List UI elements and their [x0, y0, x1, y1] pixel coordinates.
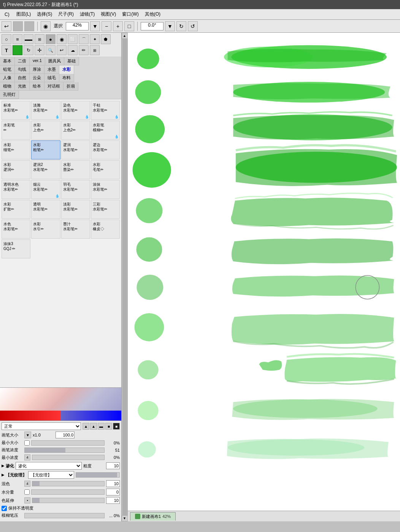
drawing-canvas[interactable] — [128, 33, 400, 511]
min-size-check[interactable] — [24, 440, 30, 446]
menu-item-2[interactable]: 尺子(R) — [55, 10, 77, 18]
brush-thick-watercolor[interactable]: 水彩粗笔✏ — [31, 140, 60, 159]
tab-basics2[interactable]: 基础 — [64, 57, 79, 65]
menu-item-4[interactable]: 视图(V) — [98, 10, 119, 18]
tab-picture[interactable]: 绘本 — [30, 82, 44, 91]
brush-smoke-watercolor[interactable]: 烟云水彩笔✏ 💧 — [31, 180, 60, 199]
brush-smudge3[interactable]: 涂抹3GQJ ✏ — [2, 239, 30, 258]
color-bar-blue[interactable] — [61, 411, 122, 421]
tab-bubble[interactable]: 对话框 — [44, 82, 63, 91]
lines-tool-btn[interactable]: ≡ — [13, 34, 22, 44]
blend-icon5[interactable]: ■ — [113, 423, 120, 430]
undo-btn[interactable]: ↩ — [57, 45, 67, 55]
tab-thick[interactable]: 厚涂 — [30, 65, 44, 74]
tab-fan[interactable]: 折扇 — [63, 82, 78, 91]
tab-ver1[interactable]: ver.1 — [30, 57, 45, 65]
blend-mode-select[interactable]: 正常 — [2, 422, 81, 430]
brush-hair-watercolor[interactable]: 水彩毛笔✏ — [91, 160, 120, 179]
brush-eraser-watercolor[interactable]: 水彩橡皮◇ — [91, 220, 120, 239]
select-rect-btn[interactable]: ⬜ — [68, 34, 78, 44]
blend-icon3[interactable]: ▬ — [98, 423, 105, 430]
mix-slider[interactable] — [32, 481, 105, 486]
tab-fabric[interactable]: 布料 — [59, 74, 74, 82]
tab-light[interactable]: 光效 — [15, 82, 30, 91]
keep-opacity-check[interactable] — [2, 506, 7, 511]
eyedropper-btn[interactable]: ✏ — [79, 45, 89, 55]
water-check[interactable] — [24, 489, 30, 495]
blend-section-expand[interactable]: ▶ 渗化 — [2, 462, 14, 470]
tab-pencil[interactable]: 铅笔 — [0, 65, 15, 74]
tab-nature[interactable]: 自然 — [15, 74, 30, 82]
brush-water-pull[interactable]: 水彩水引✏ — [31, 220, 60, 239]
brush-ink-dye-watercolor[interactable]: 水彩墨染✏ — [61, 160, 90, 179]
dot-tool-btn[interactable]: ● — [46, 34, 56, 44]
rotate-cw-btn[interactable]: ↻ — [176, 21, 186, 31]
wand-btn[interactable]: ✦ — [90, 34, 100, 44]
color-bar[interactable] — [0, 411, 121, 421]
min-size-slider[interactable] — [31, 440, 105, 446]
blend-icon1[interactable]: ▲ — [83, 423, 89, 430]
tab-tool-style[interactable]: 囲具风 — [45, 57, 64, 65]
brush-3color-watercolor[interactable]: 三彩水彩笔✏ — [91, 200, 120, 219]
rotate-btn[interactable]: ↻ — [24, 45, 33, 55]
brush-light-watercolor[interactable]: 淡彩水彩笔✏ — [61, 200, 90, 219]
hardness-input[interactable] — [106, 462, 120, 469]
water-input[interactable] — [106, 489, 120, 495]
brush-dye-watercolor[interactable]: 染色水彩笔✏ 💧 — [61, 101, 90, 120]
tab-ink[interactable]: 水墨 — [44, 65, 59, 74]
texture-type-select[interactable]: 【无纹理】 — [28, 471, 74, 479]
zoom-fit-btn[interactable]: □ — [124, 21, 134, 31]
brush-watercolor[interactable]: 水彩笔✏ — [2, 121, 30, 140]
brush-elegant-watercolor[interactable]: 淡雅水彩笔✏ 💧 — [31, 101, 60, 120]
tab-watercolor[interactable]: 水彩 — [59, 65, 74, 74]
zoom-dropdown-btn[interactable]: ▼ — [90, 21, 100, 31]
brush-feather-watercolor[interactable]: 羽毛水彩笔✏ — [61, 180, 90, 199]
brush-thin-watercolor[interactable]: 水彩细笔✏ — [2, 140, 30, 159]
move-btn[interactable]: ✛ — [35, 45, 44, 55]
canvas-scroll-top[interactable]: ▲ — [122, 33, 128, 39]
circle-tool-btn[interactable]: ○ — [2, 34, 11, 44]
grid-tool-btn[interactable]: ⊞ — [35, 34, 44, 44]
tab-2x[interactable]: 二倍 — [15, 57, 30, 65]
blend-icon2[interactable]: ▲ — [90, 423, 97, 430]
water-slider[interactable] — [31, 489, 105, 495]
brush-spread-watercolor[interactable]: 涂抹水彩笔✏ — [91, 180, 120, 199]
undo2-toolbar-btn[interactable] — [13, 21, 23, 31]
color-extend-slider[interactable] — [32, 498, 105, 503]
zoom-btn[interactable]: 🔍 — [46, 45, 56, 55]
brush-color-up2[interactable]: 水彩上色2✏ — [61, 121, 90, 140]
blend-type-select[interactable]: 渗化 — [16, 462, 82, 470]
color-gradient[interactable] — [0, 388, 121, 411]
brush-transparent-water[interactable]: 透明水色水彩笔✏ — [2, 180, 30, 199]
tab-plant[interactable]: 植物 — [0, 82, 15, 91]
eye-icon-btn[interactable]: ◉ — [41, 21, 51, 31]
brush-expand-watercolor[interactable]: 水彩扩散✏ — [2, 200, 30, 219]
brush-size-dropdown-btn[interactable]: ▼ — [24, 432, 31, 438]
transform-btn[interactable]: ⊞ — [90, 45, 100, 55]
texture-section-expand[interactable]: ▶ 【无纹理】 — [2, 471, 27, 479]
zoom-plus-btn[interactable]: + — [113, 21, 123, 31]
undo3-toolbar-btn[interactable] — [24, 21, 34, 31]
brush-watercolor-blend[interactable]: 水彩逻润✏ — [2, 160, 30, 179]
tab-basic[interactable]: 基本 — [0, 57, 15, 65]
zoom-minus-btn[interactable]: − — [102, 21, 111, 31]
rotate-ccw-btn[interactable]: ↺ — [188, 21, 198, 31]
tab-fur[interactable]: 绒毛 — [44, 74, 59, 82]
blend-icon4[interactable]: ■ — [105, 423, 112, 430]
brush-list[interactable]: 标准水彩笔✏ 💧 淡雅水彩笔✏ 💧 染色水彩笔✏ 💧 干枯水彩笔✏ 💧 水彩笔✏ — [0, 99, 121, 387]
angle-dropdown-btn[interactable]: ▼ — [165, 21, 175, 31]
tab-lantern[interactable]: 孔明灯 — [0, 91, 19, 99]
brush-water-color[interactable]: 水色水彩笔✏ — [2, 220, 30, 239]
brush-dry-watercolor[interactable]: 干枯水彩笔✏ 💧 — [91, 101, 120, 120]
bucket-btn[interactable]: ⬟ — [101, 34, 111, 44]
tab-cloud[interactable]: 云朵 — [30, 74, 44, 82]
color-swatch-btn[interactable] — [13, 45, 22, 55]
brush-size-input[interactable] — [56, 432, 75, 438]
brush-color-up[interactable]: 水彩上色✏ — [31, 121, 60, 140]
color-bar-red[interactable] — [0, 411, 61, 421]
brush-density-slider[interactable] — [24, 448, 105, 453]
min-density-slider[interactable] — [32, 455, 105, 460]
brush-blur-watercolor[interactable]: 水彩笔模糊✏ 💧 — [91, 121, 120, 140]
lasso-btn[interactable]: ⌒ — [79, 34, 89, 44]
tab-outline[interactable]: 勾线 — [15, 65, 30, 74]
